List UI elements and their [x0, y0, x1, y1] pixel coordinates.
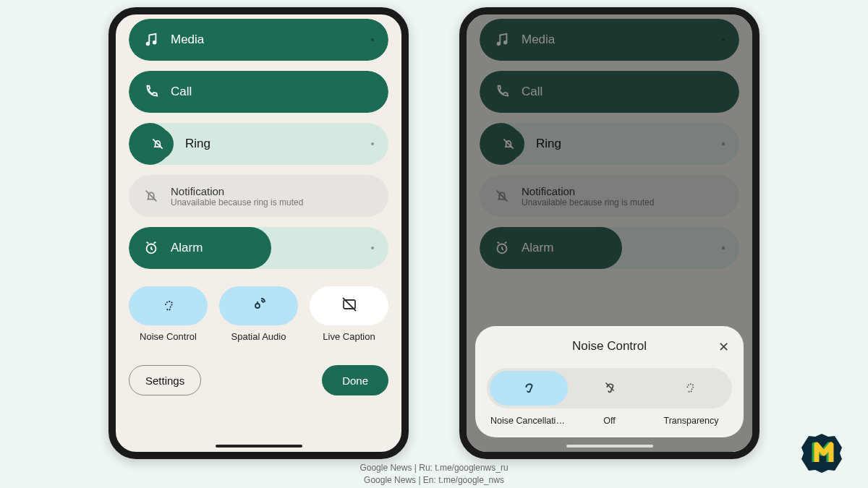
phone-icon	[143, 84, 159, 100]
media-label: Media	[171, 33, 204, 47]
svg-point-0	[147, 43, 150, 46]
ring-label: Ring	[185, 137, 210, 151]
noise-control-popup: Noise Control ✕ Noise Cancellati… Off Tr…	[475, 326, 744, 437]
ear-icon	[160, 296, 177, 316]
watermark-badge	[800, 432, 843, 475]
spatial-audio-label: Spatial Audio	[231, 331, 286, 342]
noise-mode-segmented	[487, 368, 732, 408]
noise-control-label: Noise Control	[140, 331, 197, 342]
feature-spatial-audio[interactable]: Spatial Audio	[219, 286, 298, 342]
alarm-slider[interactable]: Alarm	[129, 227, 388, 269]
feature-toggles: Noise Control Spatial Audio Live Caption	[129, 286, 388, 342]
media-slider[interactable]: Media	[129, 19, 388, 61]
slider-handle-icon	[371, 142, 374, 145]
call-label: Call	[171, 85, 192, 99]
nav-handle[interactable]	[566, 445, 653, 448]
live-caption-label: Live Caption	[323, 331, 375, 342]
feature-noise-control[interactable]: Noise Control	[129, 286, 208, 342]
slider-handle-icon	[371, 247, 374, 249]
noise-off-option[interactable]	[571, 371, 649, 406]
music-note-icon	[143, 32, 159, 48]
noise-cancellation-option[interactable]	[490, 371, 568, 406]
ear-outline-icon	[602, 379, 618, 398]
ring-slider[interactable]: Ring	[129, 123, 388, 165]
footer-line-1: Google News | Ru: t.me/googlenws_ru	[0, 462, 868, 474]
bell-off-icon	[142, 128, 174, 160]
phone-right: Media Call Ring	[459, 7, 760, 459]
svg-point-1	[153, 41, 156, 44]
svg-point-3	[255, 304, 260, 308]
volume-sliders: Media Call Ring	[129, 14, 388, 269]
bottom-actions: Settings Done	[129, 365, 388, 395]
transparency-label: Transparency	[650, 416, 732, 426]
alarm-clock-icon	[143, 240, 159, 256]
spatial-audio-icon	[250, 296, 268, 316]
feature-live-caption[interactable]: Live Caption	[310, 286, 388, 342]
nav-handle[interactable]	[216, 445, 302, 448]
call-slider[interactable]: Call	[129, 71, 388, 113]
alarm-label: Alarm	[171, 241, 203, 255]
source-footer: Google News | Ru: t.me/googlenws_ru Goog…	[0, 462, 868, 487]
bell-muted-icon	[143, 188, 159, 204]
transparency-option[interactable]	[651, 371, 729, 406]
ear-solid-icon	[521, 379, 537, 398]
phone-left: Media Call Ring	[109, 7, 409, 459]
caption-off-icon	[341, 296, 358, 316]
footer-line-2: Google News | En: t.me/google_nws	[0, 474, 868, 487]
nc-label: Noise Cancellati…	[487, 416, 569, 426]
notification-title: Notification	[171, 185, 303, 197]
settings-button[interactable]: Settings	[129, 365, 201, 395]
off-label: Off	[569, 416, 650, 426]
popup-title: Noise Control	[572, 339, 647, 354]
notification-subtitle: Unavailable because ring is muted	[171, 197, 303, 207]
comparison-stage: Media Call Ring	[0, 0, 868, 459]
ear-dotted-icon	[682, 379, 698, 398]
close-icon[interactable]: ✕	[718, 339, 729, 355]
done-button[interactable]: Done	[322, 365, 388, 395]
notification-slider: Notification Unavailable because ring is…	[129, 175, 388, 217]
slider-handle-icon	[371, 38, 374, 41]
